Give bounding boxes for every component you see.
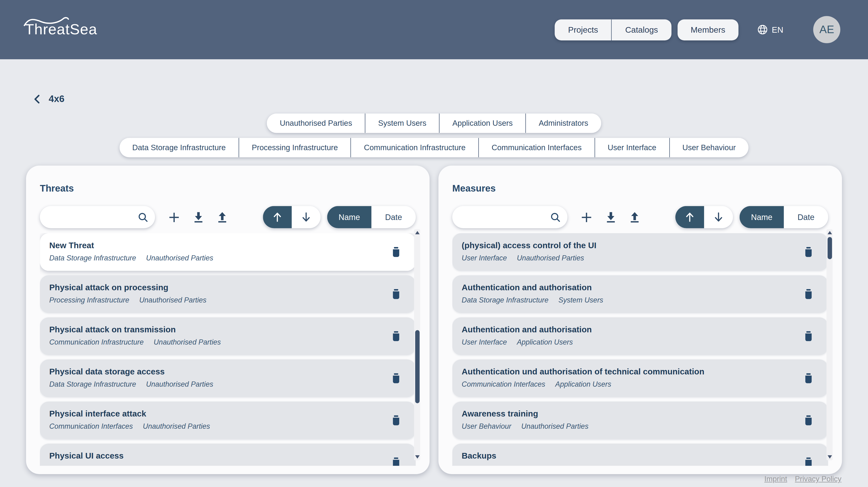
scroll-up-arrow[interactable] bbox=[415, 231, 419, 234]
filter-communication-infrastructure[interactable]: Communication Infrastructure bbox=[351, 138, 478, 157]
threat-item[interactable]: New Threat Data Storage InfrastructureUn… bbox=[40, 233, 416, 271]
threats-panel-title: Threats bbox=[40, 183, 430, 194]
measure-item[interactable]: (physical) access control of the UI User… bbox=[452, 233, 828, 271]
export-icon bbox=[629, 211, 640, 223]
sort-by-name-button[interactable]: Name bbox=[327, 206, 372, 228]
sort-ascending-button[interactable] bbox=[263, 206, 292, 228]
measure-tag: System Users bbox=[558, 296, 603, 304]
delete-threat-button[interactable] bbox=[390, 371, 402, 386]
measure-item[interactable]: Backups bbox=[452, 444, 828, 466]
import-icon bbox=[193, 211, 204, 223]
filter-unauthorised-parties[interactable]: Unauthorised Parties bbox=[267, 114, 365, 133]
trash-icon bbox=[804, 289, 812, 299]
threats-search-input[interactable] bbox=[49, 212, 138, 222]
measures-scrollbar[interactable] bbox=[827, 230, 833, 460]
delete-measure-button[interactable] bbox=[802, 371, 815, 386]
measure-tag: Data Storage Infrastructure bbox=[462, 296, 549, 304]
export-icon bbox=[217, 211, 228, 223]
delete-threat-button[interactable] bbox=[390, 244, 402, 260]
sort-by-date-button[interactable]: Date bbox=[371, 206, 416, 228]
scroll-down-arrow[interactable] bbox=[415, 455, 419, 459]
scrollbar-thumb[interactable] bbox=[827, 237, 832, 259]
measure-item[interactable]: Awareness training User BehaviourUnautho… bbox=[452, 401, 828, 439]
sort-descending-button[interactable] bbox=[292, 206, 321, 228]
measure-tag: User Interface bbox=[462, 253, 507, 262]
nav-projects-button[interactable]: Projects bbox=[555, 19, 612, 40]
threat-item[interactable]: Physical attack on processing Processing… bbox=[40, 275, 416, 313]
privacy-policy-link[interactable]: Privacy Policy bbox=[795, 475, 841, 483]
threats-scrollbar[interactable] bbox=[414, 230, 420, 460]
measure-item[interactable]: Authentication and authorisation User In… bbox=[452, 317, 828, 355]
scroll-down-arrow[interactable] bbox=[827, 455, 832, 459]
measures-sort-direction bbox=[675, 206, 733, 228]
delete-threat-button[interactable] bbox=[390, 455, 402, 466]
threats-sort-field: Name Date bbox=[327, 206, 416, 228]
language-selector[interactable]: EN bbox=[757, 25, 783, 35]
measures-search-input[interactable] bbox=[461, 212, 550, 222]
threats-list: New Threat Data Storage InfrastructureUn… bbox=[40, 233, 416, 466]
filter-data-storage-infrastructure[interactable]: Data Storage Infrastructure bbox=[120, 138, 239, 157]
measure-tag: Application Users bbox=[555, 380, 611, 388]
threat-tag: Communication Infrastructure bbox=[49, 338, 144, 346]
delete-threat-button[interactable] bbox=[390, 413, 402, 428]
sort-desc-icon bbox=[714, 212, 723, 222]
filter-processing-infrastructure[interactable]: Processing Infrastructure bbox=[239, 138, 350, 157]
trash-icon bbox=[392, 373, 400, 384]
scrollbar-thumb[interactable] bbox=[415, 330, 419, 403]
delete-measure-button[interactable] bbox=[802, 413, 815, 428]
sort-by-date-button[interactable]: Date bbox=[784, 206, 828, 228]
export-threats-button[interactable] bbox=[217, 211, 228, 223]
delete-threat-button[interactable] bbox=[390, 286, 402, 302]
measure-item[interactable]: Authentication und authorisation of tech… bbox=[452, 359, 828, 397]
sort-desc-icon bbox=[301, 212, 311, 222]
export-measures-button[interactable] bbox=[629, 211, 640, 223]
measure-tag: Application Users bbox=[517, 338, 573, 346]
filter-user-interface[interactable]: User Interface bbox=[594, 138, 669, 157]
nav-members-button[interactable]: Members bbox=[678, 19, 739, 40]
delete-measure-button[interactable] bbox=[802, 329, 815, 344]
trash-icon bbox=[804, 415, 812, 426]
measures-list: (physical) access control of the UI User… bbox=[452, 233, 828, 466]
sort-by-name-button[interactable]: Name bbox=[740, 206, 784, 228]
threat-tag: Processing Infrastructure bbox=[49, 296, 129, 304]
user-avatar[interactable]: AE bbox=[813, 16, 840, 43]
filter-system-users[interactable]: System Users bbox=[365, 114, 439, 133]
filter-administrators[interactable]: Administrators bbox=[526, 114, 601, 133]
scroll-up-arrow[interactable] bbox=[827, 231, 832, 234]
add-measure-button[interactable] bbox=[581, 211, 592, 223]
measure-title: Authentication and authorisation bbox=[462, 282, 795, 292]
back-button[interactable] bbox=[33, 94, 41, 104]
threat-item[interactable]: Physical interface attack Communication … bbox=[40, 401, 416, 439]
trash-icon bbox=[392, 457, 400, 466]
delete-measure-button[interactable] bbox=[802, 244, 815, 260]
plus-icon bbox=[581, 211, 592, 223]
app-viewport: ThreatSea Projects Catalogs Members EN bbox=[0, 0, 868, 487]
app-header: ThreatSea Projects Catalogs Members EN bbox=[0, 0, 868, 59]
measure-title: Authentication and authorisation bbox=[462, 325, 795, 334]
language-label: EN bbox=[772, 25, 783, 34]
threat-item[interactable]: Physical UI access bbox=[40, 444, 416, 466]
delete-threat-button[interactable] bbox=[390, 329, 402, 344]
measure-item[interactable]: Authentication and authorisation Data St… bbox=[452, 275, 828, 313]
sort-descending-button[interactable] bbox=[704, 206, 733, 228]
nav-catalogs-button[interactable]: Catalogs bbox=[612, 19, 671, 40]
filter-user-behaviour[interactable]: User Behaviour bbox=[669, 138, 748, 157]
trash-icon bbox=[804, 247, 812, 257]
threat-item[interactable]: Physical attack on transmission Communic… bbox=[40, 317, 416, 355]
import-measures-button[interactable] bbox=[606, 211, 616, 223]
import-threats-button[interactable] bbox=[193, 211, 204, 223]
measure-title: (physical) access control of the UI bbox=[462, 240, 795, 250]
sort-asc-icon bbox=[685, 212, 694, 222]
sort-ascending-button[interactable] bbox=[675, 206, 704, 228]
threats-panel: Threats bbox=[26, 166, 430, 474]
delete-measure-button[interactable] bbox=[802, 286, 815, 302]
imprint-link[interactable]: Imprint bbox=[765, 475, 787, 483]
threat-title: New Threat bbox=[49, 240, 383, 250]
threat-item[interactable]: Physical data storage access Data Storag… bbox=[40, 359, 416, 397]
add-threat-button[interactable] bbox=[168, 211, 180, 223]
filter-communication-interfaces[interactable]: Communication Interfaces bbox=[478, 138, 594, 157]
filter-application-users[interactable]: Application Users bbox=[439, 114, 525, 133]
delete-measure-button[interactable] bbox=[802, 455, 815, 466]
threatsea-logo[interactable]: ThreatSea bbox=[25, 22, 97, 37]
threat-tag: Unauthorised Parties bbox=[143, 422, 210, 430]
